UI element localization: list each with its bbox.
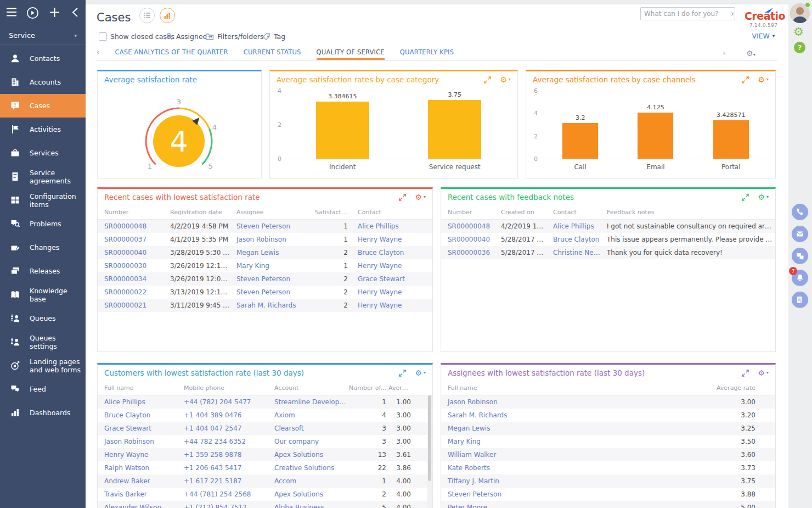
table-link[interactable]: Henry Wayne (350, 236, 432, 243)
table-link[interactable]: Mary King (230, 262, 315, 270)
list-view-button[interactable] (139, 8, 155, 23)
table-link[interactable]: Jason Robinson (98, 438, 177, 445)
sidebar-item-service-agreements[interactable]: Service agreements (0, 165, 86, 188)
table-link[interactable]: +44 (782) 204 5477 (177, 398, 268, 406)
search-submit-icon[interactable]: › (730, 8, 735, 20)
table-link[interactable]: SR00000037 (98, 236, 163, 243)
process-play-icon[interactable] (26, 7, 39, 21)
sidebar-item-landing-pages[interactable]: Landing pages and web forms (0, 354, 86, 377)
tasks-icon[interactable] (792, 292, 808, 308)
table-link[interactable]: +1 (212) 854 7512 (177, 504, 268, 508)
column-header[interactable]: Full name (98, 384, 177, 392)
table-link[interactable]: Steven Peterson (230, 288, 315, 296)
widget-settings-gear-icon[interactable]: ⚙▾ (758, 369, 769, 377)
table-link[interactable]: SR00000034 (98, 275, 163, 283)
column-header[interactable]: Number of... (347, 384, 388, 392)
table-link[interactable]: Streamline Development (268, 398, 347, 406)
column-header[interactable]: Assignee (230, 209, 315, 216)
collapse-sidebar-icon[interactable] (71, 7, 78, 20)
table-link[interactable]: Steven Peterson (230, 275, 315, 283)
table-link[interactable]: Creative Solutions (268, 464, 347, 472)
table-link[interactable]: Alice Phillips (350, 222, 432, 230)
table-link[interactable]: Travis Barker (98, 490, 177, 498)
table-link[interactable]: Alice Phillips (98, 398, 177, 406)
table-link[interactable]: Alice Phillips (546, 222, 600, 230)
table-link[interactable]: Our company (268, 438, 347, 445)
sidebar-item-services[interactable]: Services (0, 141, 86, 165)
tab-case-analytics[interactable]: CASE ANALYTICS OF THE QUARTER (115, 48, 228, 60)
sidebar-item-queues[interactable]: Queues (0, 306, 86, 330)
tab-quarterly-kpis[interactable]: QUARTERLY KPIS (400, 48, 454, 60)
sidebar-item-dashboards[interactable]: Dashboards (0, 401, 86, 425)
view-dropdown[interactable]: VIEW ▾ (752, 32, 775, 40)
table-link[interactable]: Sarah M. Richards (230, 302, 315, 309)
tabs-settings-gear-icon[interactable]: ⚙▾ (746, 49, 755, 58)
table-link[interactable]: SR00000030 (98, 262, 163, 270)
table-link[interactable]: Apex Solutions (268, 490, 347, 498)
table-link[interactable]: +1 617 221 5187 (177, 477, 268, 485)
column-header[interactable]: Registration date (163, 209, 230, 216)
table-link[interactable]: Bruce Clayton (98, 411, 177, 419)
sidebar-item-releases[interactable]: Releases (0, 259, 86, 283)
table-link[interactable]: SR00000036 (441, 249, 494, 256)
sidebar-item-accounts[interactable]: Accounts (0, 70, 86, 94)
table-link[interactable]: Alexander Wilson (98, 504, 177, 508)
table-link[interactable]: Grace Stewart (350, 275, 432, 283)
expand-icon[interactable] (742, 370, 749, 377)
table-link[interactable]: William Walker (441, 451, 698, 459)
table-link[interactable]: SR00000048 (441, 222, 494, 230)
table-link[interactable]: Kate Roberts (441, 464, 698, 472)
chat-icon[interactable] (792, 248, 808, 264)
sidebar-item-problems[interactable]: Problems (0, 212, 86, 236)
sidebar-item-cases[interactable]: Cases (0, 94, 86, 118)
sidebar-item-feed[interactable]: Feed (0, 377, 86, 401)
filters-folders-dropdown[interactable]: Filters/folders ▾ (205, 32, 269, 41)
table-link[interactable]: +1 206 643 5417 (177, 464, 268, 472)
table-link[interactable]: SR00000040 (441, 236, 494, 243)
widget-settings-gear-icon[interactable]: ⚙▾ (415, 369, 426, 377)
table-link[interactable]: +1 404 047 2547 (177, 425, 268, 432)
sidebar-item-contacts[interactable]: Contacts (0, 47, 86, 70)
table-link[interactable]: Steven Peterson (441, 490, 698, 498)
email-icon[interactable] (792, 226, 808, 242)
help-icon[interactable]: ? (794, 42, 805, 53)
add-plus-icon[interactable] (49, 7, 60, 20)
table-link[interactable]: SR00000048 (98, 222, 163, 230)
column-header[interactable]: Feedback notes (600, 209, 775, 216)
table-link[interactable]: Sarah M. Richards (441, 411, 698, 419)
calls-phone-icon[interactable] (792, 204, 808, 220)
widget-settings-gear-icon[interactable]: ⚙▾ (415, 193, 426, 201)
table-link[interactable]: Jason Robinson (441, 398, 698, 406)
hamburger-menu-icon[interactable] (5, 7, 18, 19)
table-link[interactable]: Jason Robinson (230, 236, 315, 243)
tab-current-status[interactable]: CURRENT STATUS (244, 48, 301, 60)
column-header[interactable]: Number (441, 209, 494, 216)
workspace-selector[interactable]: Service ▾ (0, 27, 86, 44)
column-header[interactable]: Mobile phone (177, 384, 268, 392)
table-link[interactable]: +1 404 389 0476 (177, 411, 268, 419)
settings-gear-icon[interactable]: ⚙ (793, 26, 804, 38)
column-header[interactable]: Created on (494, 209, 546, 216)
sidebar-item-queues-settings[interactable]: Queues settings (0, 330, 86, 354)
tag-button[interactable]: Tag (262, 32, 285, 41)
table-link[interactable]: Henry Wayne (350, 302, 432, 309)
table-link[interactable]: Henry Wayne (98, 451, 177, 459)
table-link[interactable]: SR00000040 (98, 249, 163, 256)
scrollbar-thumb[interactable] (428, 395, 431, 481)
tab-quality-of-service[interactable]: QUALITY OF SERVICE (317, 48, 385, 60)
table-link[interactable]: +44 (781) 254 2568 (177, 490, 268, 498)
table-link[interactable]: SR00000021 (98, 302, 163, 309)
table-link[interactable]: Peter Moore (441, 504, 698, 508)
tabs-forward-icon[interactable]: › (723, 49, 726, 57)
column-header[interactable]: Account (268, 384, 347, 392)
column-header[interactable]: Contact (546, 209, 600, 216)
table-link[interactable]: +44 782 234 6352 (177, 438, 268, 445)
table-link[interactable]: Christine Nelson (546, 249, 600, 256)
analytics-view-button[interactable] (160, 8, 175, 23)
table-link[interactable]: Clearsoft (268, 425, 347, 432)
sidebar-item-knowledge-base[interactable]: Knowledge base (0, 283, 86, 306)
sidebar-item-changes[interactable]: Changes (0, 236, 86, 259)
table-link[interactable]: Bruce Clayton (350, 249, 432, 256)
table-link[interactable]: Grace Stewart (98, 425, 177, 432)
table-link[interactable]: Henry Wayne (350, 262, 432, 270)
